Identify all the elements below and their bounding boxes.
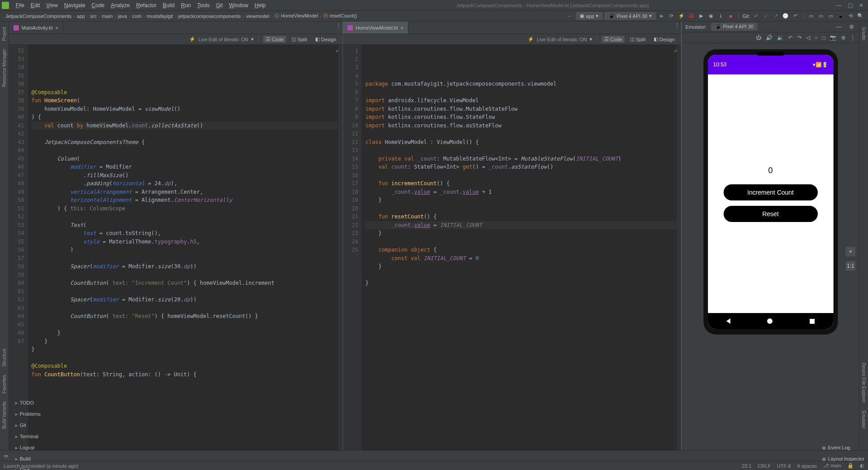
menu-build[interactable]: Build <box>160 1 178 9</box>
more-icon[interactable]: ⋮ <box>850 35 855 41</box>
status-indent[interactable]: 4 spaces <box>797 463 817 469</box>
breadcrumb-item[interactable]: com <box>130 13 143 19</box>
tool-window-build-variants[interactable]: Build Variants <box>2 401 7 429</box>
status-mem-icon[interactable]: ◐ <box>860 463 864 469</box>
volume-down-icon[interactable]: 🔉 <box>777 35 784 41</box>
back-icon[interactable]: ← <box>566 12 574 20</box>
status-branch[interactable]: ⎇ main <box>823 463 841 469</box>
status-line-ending[interactable]: CRLF <box>758 463 771 469</box>
live-edit-label[interactable]: Live Edit of literals: ON <box>198 37 248 42</box>
debug-icon[interactable]: 🐞 <box>687 12 695 20</box>
reset-button[interactable]: Reset <box>724 206 818 222</box>
breadcrumb-class[interactable]: ⓒ HomeViewModel <box>273 13 320 19</box>
bottom-tool-build[interactable]: ▸ Build <box>15 456 52 462</box>
emulator-minimize-icon[interactable]: — <box>835 23 843 31</box>
power-icon[interactable]: ⏻ <box>756 35 761 41</box>
inspection-ok-icon[interactable]: ✔ <box>336 47 339 55</box>
menu-tools[interactable]: Tools <box>194 1 213 9</box>
maximize-icon[interactable]: ▢ <box>848 2 853 9</box>
view-code-button[interactable]: ☰ Code <box>602 36 625 43</box>
run-config-selector[interactable]: ▣ app ▾ <box>576 12 603 20</box>
bottom-window-icon[interactable]: ▭ <box>4 453 8 459</box>
git-update-icon[interactable]: ↗ <box>772 12 780 20</box>
zoom-icon[interactable]: ⊕ <box>841 35 846 41</box>
view-code-button[interactable]: ☰ Code <box>263 36 286 43</box>
status-encoding[interactable]: UTF-8 <box>777 463 791 469</box>
attach-icon[interactable]: ⤓ <box>717 12 725 20</box>
tool-window-emulator[interactable]: Emulator <box>861 411 866 429</box>
breadcrumb-method[interactable]: ⓜ resetCount() <box>321 13 359 19</box>
tab-home-viewmodel[interactable]: HomeViewModel.kt × <box>343 22 408 34</box>
breadcrumb-item[interactable]: JetpackComposeComponents <box>4 13 73 19</box>
nav-overview-icon[interactable] <box>810 319 815 324</box>
tool-window-resource-manager[interactable]: Resource Manager <box>2 49 7 87</box>
breadcrumb-item[interactable]: java <box>116 13 129 19</box>
view-split-button[interactable]: ◫ Split <box>289 36 309 43</box>
screenshot-icon[interactable]: 📷 <box>830 35 837 41</box>
zoom-in-icon[interactable]: + <box>846 247 855 257</box>
minimize-icon[interactable]: — <box>836 2 842 9</box>
git-history-icon[interactable]: 🕘 <box>781 12 790 20</box>
code-area-left[interactable]: 3233343536373839404142434445464748495051… <box>9 45 343 450</box>
back-icon[interactable]: ◁ <box>806 35 810 41</box>
avd-icon[interactable]: ▭ <box>807 12 815 20</box>
status-lock-icon[interactable]: 🔒 <box>847 463 854 469</box>
status-position[interactable]: 22:1 <box>742 463 751 469</box>
overview-icon[interactable]: □ <box>822 35 825 41</box>
breadcrumb-item[interactable]: src <box>88 13 99 19</box>
tab-menu-icon[interactable]: ⋮ <box>334 22 343 30</box>
sync-icon[interactable]: ⟲ <box>846 12 855 20</box>
breadcrumb-item[interactable]: jetpackcomposecomponents <box>177 13 243 19</box>
menu-run[interactable]: Run <box>178 1 194 9</box>
close-tab-icon[interactable]: × <box>55 25 58 30</box>
stop-icon[interactable]: ■ <box>727 12 735 20</box>
tool-window-project[interactable]: Project <box>2 27 7 41</box>
menu-code[interactable]: Code <box>88 1 108 9</box>
git-push-icon[interactable]: ✓ <box>762 12 770 20</box>
apply-code-icon[interactable]: ⚡ <box>677 12 686 20</box>
nav-home-icon[interactable] <box>767 318 773 324</box>
view-design-button[interactable]: ◧ Design <box>312 36 339 43</box>
menu-refactor[interactable]: Refactor <box>133 1 160 9</box>
breadcrumb-item[interactable]: mustafayigit <box>145 13 175 19</box>
apply-changes-icon[interactable]: ⟳ <box>668 12 676 20</box>
breadcrumb-item[interactable]: viewmodel <box>244 13 271 19</box>
menu-analyze[interactable]: Analyze <box>108 1 133 9</box>
search-icon[interactable]: 🔍 <box>856 12 864 20</box>
close-icon[interactable]: ✕ <box>859 2 864 9</box>
resource-icon[interactable]: ▭ <box>827 12 835 20</box>
menu-window[interactable]: Window <box>226 1 252 9</box>
run-icon[interactable]: ▶ <box>658 12 666 20</box>
tool-window-structure[interactable]: Structure <box>2 348 7 367</box>
revert-icon[interactable]: ↶ <box>791 12 799 20</box>
close-tab-icon[interactable]: × <box>401 25 404 30</box>
tool-window-device-file-explorer[interactable]: Device File Explorer <box>861 363 866 403</box>
menu-help[interactable]: Help <box>252 1 269 9</box>
phone-screen[interactable]: 10:53 ▾📶🔋 0 Increment Count Reset <box>708 55 833 329</box>
inspection-ok-icon[interactable]: ✔ <box>674 47 677 55</box>
breadcrumb-item[interactable]: main <box>100 13 114 19</box>
bottom-tool-layout-inspector[interactable]: ◉ Layout Inspector <box>822 456 864 462</box>
coverage-icon[interactable]: ▶ <box>697 12 705 20</box>
sdk-icon[interactable]: ▭ <box>817 12 825 20</box>
live-edit-label[interactable]: Live Edit of literals: ON <box>537 37 587 42</box>
menu-git[interactable]: Git <box>213 1 226 9</box>
emulator-gear-icon[interactable]: ⚙ <box>847 23 855 31</box>
tab-menu-icon[interactable]: ⋮ <box>673 22 681 30</box>
volume-up-icon[interactable]: 🔊 <box>766 35 773 41</box>
zoom-fit-icon[interactable]: 1:1 <box>846 261 855 271</box>
git-commit-icon[interactable]: ✔ <box>752 12 760 20</box>
breadcrumb-item[interactable]: app <box>75 13 87 19</box>
menu-edit[interactable]: Edit <box>27 1 43 9</box>
tool-window-favorites[interactable]: Favorites <box>2 375 7 393</box>
menu-file[interactable]: File <box>13 1 27 9</box>
tool-window-gradle[interactable]: Gradle <box>861 27 866 40</box>
device-icon[interactable]: 📱 <box>837 12 845 20</box>
view-design-button[interactable]: ◧ Design <box>651 36 677 43</box>
nav-back-icon[interactable] <box>726 318 730 324</box>
menu-view[interactable]: View <box>43 1 61 9</box>
device-selector[interactable]: 📱 Pixel 4 API 30 ▾ <box>604 12 656 20</box>
profile-icon[interactable]: ◉ <box>707 12 715 20</box>
home-icon[interactable]: ○ <box>815 35 818 41</box>
tab-main-activity[interactable]: MainActivity.kt × <box>9 22 63 34</box>
